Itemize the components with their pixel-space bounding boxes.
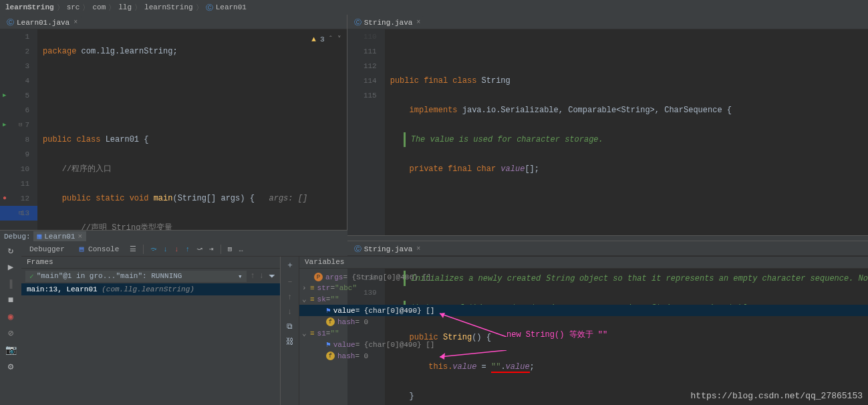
step-out-icon[interactable]: ↑	[185, 245, 190, 253]
threads-icon[interactable]: ☰	[130, 245, 136, 253]
run-icon[interactable]: ▶	[3, 118, 6, 132]
variables-header: Variables	[299, 257, 868, 269]
add-watch-icon[interactable]: ＋	[286, 259, 294, 271]
debugger-tab[interactable]: Debugger	[25, 244, 69, 255]
warning-icon: ▲	[311, 32, 316, 47]
settings-icon[interactable]: ⚙	[8, 361, 13, 372]
close-icon[interactable]: ×	[416, 19, 420, 26]
filter-icon[interactable]: ⏷	[268, 271, 276, 281]
debug-toolbar: Debugger ▤ Console ☰ ⤼ ↓ ↓ ↑ ⤻ ⇥ ⊞ …	[21, 242, 868, 257]
frames-header: Frames	[21, 257, 280, 269]
drop-frame-icon[interactable]: ⤻	[196, 245, 202, 253]
pause-icon[interactable]: ∥	[9, 278, 13, 289]
right-top-editor[interactable]: 110111112 114115 public final class Stri…	[347, 29, 868, 235]
step-into-icon[interactable]: ↓	[163, 245, 168, 253]
tab-string-top[interactable]: ⒸString.java×	[350, 16, 425, 29]
down-icon[interactable]: ↓	[287, 307, 292, 317]
watermark: https://blog.csdn.net/qq_27865153	[691, 391, 863, 401]
camera-icon[interactable]: 📷	[5, 344, 17, 356]
rerun-icon[interactable]: ↻	[8, 245, 13, 256]
step-over-icon[interactable]: ⤼	[150, 245, 156, 253]
breadcrumb: learnString〉 src〉 com〉 llg〉 learnString〉…	[0, 0, 868, 15]
run-to-cursor-icon[interactable]: ⇥	[209, 245, 214, 253]
inspection-widget[interactable]: ▲3ˆ ˅	[311, 32, 341, 47]
left-code[interactable]: package com.llg.learnString; public clas…	[37, 29, 347, 230]
next-frame-icon[interactable]: ↓	[259, 271, 264, 281]
link-icon[interactable]: ⛓	[286, 337, 294, 347]
debug-session-tab[interactable]: ▦Learn01×	[33, 231, 86, 241]
stack-frame[interactable]: main:13, Learn01 (com.llg.learnString)	[21, 283, 280, 295]
variables-tree[interactable]: Pargs = {String[0]@486} [] ›≡str = "abc"…	[299, 269, 868, 405]
left-editor[interactable]: 1234 ▶5 6 ▶⊟7 891011 ●12 ⊟13 package com…	[0, 29, 347, 230]
left-tabbar: ⒸLearn01.java×	[0, 15, 347, 29]
breakpoints-icon[interactable]: ◉	[8, 311, 13, 322]
evaluate-icon[interactable]: ⊞	[228, 245, 233, 253]
breakpoint-icon[interactable]: ●	[3, 191, 7, 206]
resume-icon[interactable]: ▶	[8, 261, 13, 273]
thread-combo[interactable]: ✓"main"@1 in gro..."main": RUNNING▾	[25, 271, 247, 282]
up-icon[interactable]: ↑	[287, 293, 292, 302]
run-icon[interactable]: ▶	[3, 88, 6, 103]
force-step-into-icon[interactable]: ↓	[174, 245, 179, 253]
remove-watch-icon[interactable]: －	[286, 276, 294, 287]
console-tab[interactable]: ▤ Console	[76, 243, 123, 255]
tab-learn01[interactable]: ⒸLearn01.java×	[3, 16, 82, 29]
prev-frame-icon[interactable]: ↑	[251, 271, 255, 281]
left-gutter: 1234 ▶5 6 ▶⊟7 891011 ●12 ⊟13	[0, 29, 37, 230]
trace-icon[interactable]: …	[239, 245, 243, 253]
stop-icon[interactable]: ■	[8, 295, 13, 305]
mute-icon[interactable]: ⊘	[8, 327, 13, 339]
close-icon[interactable]: ×	[74, 19, 78, 26]
debug-sidebar: ↻ ▶ ∥ ■ ◉ ⊘ 📷 ⚙	[0, 242, 21, 405]
copy-icon[interactable]: ⧉	[287, 322, 293, 331]
